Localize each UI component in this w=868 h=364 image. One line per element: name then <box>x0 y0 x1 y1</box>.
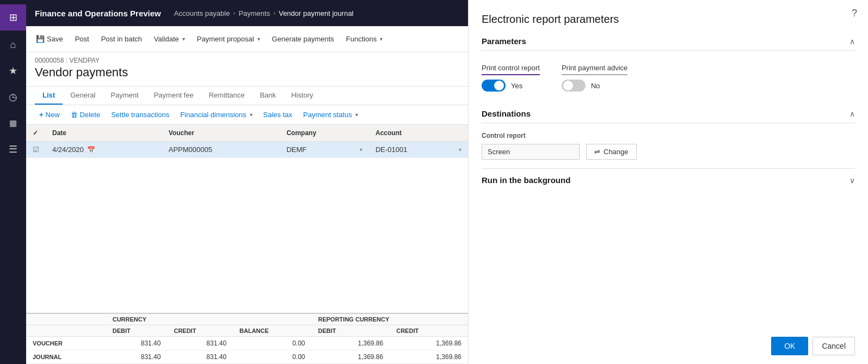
control-report-group: Control report ⇌ Change <box>482 132 637 160</box>
sidebar-item-workspaces[interactable]: ☰ <box>0 137 26 161</box>
journal-title: Vendor payments <box>35 65 459 80</box>
select-all-checkbox-header[interactable]: ✓ <box>26 125 46 142</box>
change-icon: ⇌ <box>594 148 600 156</box>
calendar-icon[interactable]: 📅 <box>87 146 95 154</box>
footer-journal-debit: 831.40 <box>106 350 168 364</box>
payment-proposal-button[interactable]: Payment proposal ▾ <box>192 29 266 49</box>
footer-rep-debit-col: DEBIT <box>312 325 390 337</box>
recent-icon: ◷ <box>9 91 17 103</box>
voucher-column-header: Voucher <box>162 125 280 142</box>
date-column-header: Date <box>46 125 162 142</box>
print-payment-advice-toggle-row: No <box>562 80 627 92</box>
tab-remittance[interactable]: Remittance <box>201 87 253 105</box>
toggle-thumb <box>494 81 504 90</box>
favorites-icon: ★ <box>9 65 17 77</box>
top-nav: Finance and Operations Preview Accounts … <box>26 0 468 26</box>
row-checkbox[interactable]: ☑ <box>26 142 46 158</box>
footer-journal-balance: 0.00 <box>233 350 311 364</box>
breadcrumb-item-1[interactable]: Accounts payable <box>174 9 230 17</box>
sidebar-item-home[interactable]: ⌂ <box>0 33 26 57</box>
tab-bar: List General Payment Payment fee Remitta… <box>26 87 468 105</box>
save-icon: 💾 <box>36 35 45 43</box>
sidebar-item-modules[interactable]: ▦ <box>0 111 26 135</box>
destinations-section: Destinations ∧ Control report ⇌ Change <box>482 109 855 160</box>
run-in-background-section: Run in the background ∨ <box>482 168 855 191</box>
financial-dimensions-button[interactable]: Financial dimensions ▾ <box>176 108 256 121</box>
ok-button[interactable]: OK <box>771 337 808 355</box>
journal-table: ✓ Date Voucher Company Account ☑ 4/24/20… <box>26 125 468 313</box>
footer-journal-rep-credit: 1,369.86 <box>390 350 468 364</box>
sidebar: ⊞ ⌂ ★ ◷ ▦ ☰ <box>0 0 26 364</box>
company-column-header: Company <box>280 125 369 142</box>
sidebar-item-recent[interactable]: ◷ <box>0 85 26 109</box>
print-control-report-item: Print control report Yes <box>482 64 540 92</box>
destinations-row: Control report ⇌ Change <box>482 132 855 160</box>
settle-transactions-button[interactable]: Settle transactions <box>107 108 174 121</box>
breadcrumb-item-3[interactable]: Vendor payment journal <box>279 9 353 17</box>
functions-button[interactable]: Functions ▾ <box>341 29 388 49</box>
new-button[interactable]: + New <box>35 108 64 121</box>
print-payment-advice-item: Print payment advice No <box>562 64 627 92</box>
payment-proposal-dropdown-arrow: ▾ <box>257 36 260 42</box>
footer-journal-rep-debit: 1,369.86 <box>312 350 390 364</box>
save-button[interactable]: 💾 Save <box>30 29 69 49</box>
validate-button[interactable]: Validate ▾ <box>149 29 190 49</box>
print-control-report-label: Print control report <box>482 64 540 75</box>
sidebar-item-favorites[interactable]: ★ <box>0 59 26 83</box>
account-dropdown-arrow[interactable]: ▾ <box>459 147 461 153</box>
footer-voucher-balance: 0.00 <box>233 337 311 350</box>
account-column-header: Account <box>369 125 468 142</box>
footer-journal-label: JOURNAL <box>26 350 106 364</box>
run-in-background-header[interactable]: Run in the background ∨ <box>482 169 855 191</box>
row-date: 4/24/2020 📅 <box>46 142 162 158</box>
destinations-section-header[interactable]: Destinations ∧ <box>482 109 855 123</box>
post-batch-button[interactable]: Post in batch <box>96 29 147 49</box>
footer-credit-col: CREDIT <box>167 325 233 337</box>
plus-icon: + <box>39 111 44 119</box>
parameters-section: Parameters ∧ Print control report Yes Pr… <box>482 37 855 96</box>
company-dropdown-arrow[interactable]: ▾ <box>360 147 362 153</box>
print-control-report-value: Yes <box>511 82 522 90</box>
tab-payment[interactable]: Payment <box>103 87 146 105</box>
journal-id: 00000058 : VENDPAY <box>35 57 459 64</box>
tab-history[interactable]: History <box>284 87 321 105</box>
print-payment-advice-value: No <box>591 82 600 90</box>
actions-bar: + New 🗑 Delete Settle transactions Finan… <box>26 105 468 125</box>
app-menu-button[interactable]: ⊞ <box>0 4 26 31</box>
tab-general[interactable]: General <box>63 87 103 105</box>
delete-button[interactable]: 🗑 Delete <box>66 108 105 121</box>
validate-dropdown-arrow: ▾ <box>182 36 185 42</box>
tab-payment-fee[interactable]: Payment fee <box>146 87 201 105</box>
tab-bank[interactable]: Bank <box>252 87 284 105</box>
footer-voucher-rep-debit: 1,369.86 <box>312 337 390 350</box>
footer-label-col <box>26 325 106 337</box>
currency-group-header: CURRENCY <box>106 314 312 325</box>
print-payment-advice-toggle[interactable] <box>562 80 586 92</box>
parameters-section-header[interactable]: Parameters ∧ <box>482 37 855 51</box>
sales-tax-button[interactable]: Sales tax <box>259 108 297 121</box>
breadcrumb-sep-1: › <box>233 9 235 17</box>
parameters-section-chevron: ∧ <box>849 37 855 46</box>
post-button[interactable]: Post <box>70 29 95 49</box>
payment-status-dropdown-arrow: ▾ <box>355 112 358 118</box>
footer-debit-col: DEBIT <box>106 325 168 337</box>
footer-voucher-rep-credit: 1,369.86 <box>390 337 468 350</box>
tab-list[interactable]: List <box>35 87 63 105</box>
toolbar: 💾 Save Post Post in batch Validate ▾ Pay… <box>26 26 468 52</box>
print-payment-advice-label: Print payment advice <box>562 64 627 75</box>
change-button[interactable]: ⇌ Change <box>586 144 637 160</box>
breadcrumb-item-2[interactable]: Payments <box>238 9 270 17</box>
modules-icon: ▦ <box>9 118 17 128</box>
destinations-section-title: Destinations <box>482 109 531 118</box>
table-row[interactable]: ☑ 4/24/2020 📅 APPM000005 DEMF ▾ <box>26 142 468 158</box>
footer-voucher-label: VOUCHER <box>26 337 106 350</box>
screen-input[interactable] <box>482 144 580 160</box>
generate-payments-button[interactable]: Generate payments <box>267 29 340 49</box>
footer-journal-credit: 831.40 <box>167 350 233 364</box>
reporting-currency-group-header: REPORTING CURRENCY <box>312 314 469 325</box>
financial-dimensions-dropdown-arrow: ▾ <box>250 112 253 118</box>
help-icon[interactable]: ? <box>852 8 857 19</box>
cancel-button[interactable]: Cancel <box>812 337 855 355</box>
print-control-report-toggle[interactable] <box>482 80 506 92</box>
payment-status-button[interactable]: Payment status ▾ <box>299 108 362 121</box>
